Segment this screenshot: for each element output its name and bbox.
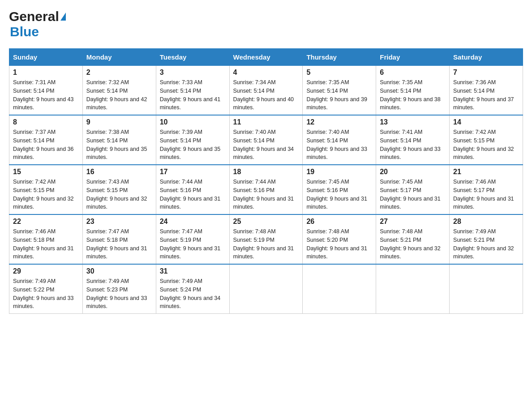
day-info: Sunrise: 7:49 AMSunset: 5:21 PMDaylight:… [453,228,514,260]
day-number: 14 [453,118,519,126]
calendar-cell: 26 Sunrise: 7:48 AMSunset: 5:20 PMDaylig… [303,214,376,264]
day-number: 26 [306,218,372,226]
day-info: Sunrise: 7:33 AMSunset: 5:14 PMDaylight:… [160,79,221,111]
day-info: Sunrise: 7:44 AMSunset: 5:16 PMDaylight:… [160,179,221,210]
day-info: Sunrise: 7:36 AMSunset: 5:14 PMDaylight:… [453,79,514,111]
logo-blue: Blue [10,24,39,39]
col-header-tuesday: Tuesday [156,49,229,66]
day-number: 16 [86,168,152,176]
day-number: 9 [86,118,152,126]
calendar-cell [229,264,303,314]
day-number: 21 [453,168,519,176]
day-info: Sunrise: 7:40 AMSunset: 5:14 PMDaylight:… [233,129,294,160]
day-number: 3 [160,68,226,77]
day-info: Sunrise: 7:45 AMSunset: 5:17 PMDaylight:… [380,179,441,210]
day-info: Sunrise: 7:41 AMSunset: 5:14 PMDaylight:… [380,129,441,160]
logo-general: General [9,9,59,24]
calendar-cell: 31 Sunrise: 7:49 AMSunset: 5:24 PMDaylig… [156,264,229,314]
day-number: 27 [380,218,446,226]
calendar-cell: 10 Sunrise: 7:39 AMSunset: 5:14 PMDaylig… [156,115,229,165]
calendar-cell: 19 Sunrise: 7:45 AMSunset: 5:16 PMDaylig… [303,165,376,214]
day-info: Sunrise: 7:46 AMSunset: 5:17 PMDaylight:… [453,179,514,210]
day-info: Sunrise: 7:44 AMSunset: 5:16 PMDaylight:… [233,179,294,210]
calendar-cell: 30 Sunrise: 7:49 AMSunset: 5:23 PMDaylig… [82,264,156,314]
day-info: Sunrise: 7:45 AMSunset: 5:16 PMDaylight:… [306,179,367,210]
day-info: Sunrise: 7:31 AMSunset: 5:14 PMDaylight:… [13,79,74,111]
day-number: 1 [13,68,79,77]
calendar-cell [303,264,376,314]
day-number: 20 [380,168,446,176]
day-number: 11 [233,118,299,126]
calendar-cell: 18 Sunrise: 7:44 AMSunset: 5:16 PMDaylig… [229,165,303,214]
day-number: 24 [160,218,226,226]
calendar-cell: 3 Sunrise: 7:33 AMSunset: 5:14 PMDayligh… [156,66,229,116]
calendar-cell: 13 Sunrise: 7:41 AMSunset: 5:14 PMDaylig… [376,115,450,165]
col-header-friday: Friday [376,49,450,66]
day-number: 4 [233,68,299,77]
day-number: 30 [86,267,152,275]
col-header-monday: Monday [82,49,156,66]
day-info: Sunrise: 7:39 AMSunset: 5:14 PMDaylight:… [160,129,221,160]
day-number: 28 [453,218,519,226]
calendar-cell: 12 Sunrise: 7:40 AMSunset: 5:14 PMDaylig… [303,115,376,165]
day-info: Sunrise: 7:49 AMSunset: 5:22 PMDaylight:… [13,278,74,309]
calendar-table: SundayMondayTuesdayWednesdayThursdayFrid… [9,48,523,314]
calendar-cell: 21 Sunrise: 7:46 AMSunset: 5:17 PMDaylig… [450,165,523,214]
day-info: Sunrise: 7:37 AMSunset: 5:14 PMDaylight:… [13,129,74,160]
day-info: Sunrise: 7:38 AMSunset: 5:14 PMDaylight:… [86,129,147,160]
day-info: Sunrise: 7:35 AMSunset: 5:14 PMDaylight:… [306,79,367,111]
calendar-cell: 8 Sunrise: 7:37 AMSunset: 5:14 PMDayligh… [9,115,83,165]
day-number: 29 [13,267,79,275]
day-number: 25 [233,218,299,226]
day-info: Sunrise: 7:35 AMSunset: 5:14 PMDaylight:… [380,79,441,111]
calendar-cell [450,264,523,314]
calendar-cell: 2 Sunrise: 7:32 AMSunset: 5:14 PMDayligh… [82,66,156,116]
day-info: Sunrise: 7:34 AMSunset: 5:14 PMDaylight:… [233,79,294,111]
day-number: 17 [160,168,226,176]
day-info: Sunrise: 7:46 AMSunset: 5:18 PMDaylight:… [13,228,74,260]
day-number: 7 [453,68,519,77]
day-info: Sunrise: 7:42 AMSunset: 5:15 PMDaylight:… [13,179,74,210]
calendar-cell: 6 Sunrise: 7:35 AMSunset: 5:14 PMDayligh… [376,66,450,116]
day-info: Sunrise: 7:47 AMSunset: 5:18 PMDaylight:… [86,228,147,260]
day-info: Sunrise: 7:43 AMSunset: 5:15 PMDaylight:… [86,179,147,210]
day-number: 18 [233,168,299,176]
week-row-4: 22 Sunrise: 7:46 AMSunset: 5:18 PMDaylig… [9,214,523,264]
day-info: Sunrise: 7:49 AMSunset: 5:23 PMDaylight:… [86,278,147,309]
day-number: 6 [380,68,446,77]
calendar-cell: 23 Sunrise: 7:47 AMSunset: 5:18 PMDaylig… [82,214,156,264]
calendar-cell: 17 Sunrise: 7:44 AMSunset: 5:16 PMDaylig… [156,165,229,214]
day-number: 31 [160,267,226,275]
calendar-cell: 28 Sunrise: 7:49 AMSunset: 5:21 PMDaylig… [450,214,523,264]
day-info: Sunrise: 7:42 AMSunset: 5:15 PMDaylight:… [453,129,514,160]
calendar-cell: 22 Sunrise: 7:46 AMSunset: 5:18 PMDaylig… [9,214,83,264]
calendar-cell: 14 Sunrise: 7:42 AMSunset: 5:15 PMDaylig… [450,115,523,165]
col-header-wednesday: Wednesday [229,49,303,66]
week-row-5: 29 Sunrise: 7:49 AMSunset: 5:22 PMDaylig… [9,264,523,314]
calendar-cell: 9 Sunrise: 7:38 AMSunset: 5:14 PMDayligh… [82,115,156,165]
calendar-cell: 27 Sunrise: 7:48 AMSunset: 5:21 PMDaylig… [376,214,450,264]
day-info: Sunrise: 7:48 AMSunset: 5:19 PMDaylight:… [233,228,294,260]
day-number: 12 [306,118,372,126]
day-info: Sunrise: 7:40 AMSunset: 5:14 PMDaylight:… [306,129,367,160]
calendar-cell: 4 Sunrise: 7:34 AMSunset: 5:14 PMDayligh… [229,66,303,116]
day-info: Sunrise: 7:48 AMSunset: 5:20 PMDaylight:… [306,228,367,260]
logo: General Blue [9,9,66,39]
day-number: 5 [306,68,372,77]
logo-arrow-icon [60,13,66,21]
calendar-cell [376,264,450,314]
page-header: General Blue [9,9,523,39]
week-row-3: 15 Sunrise: 7:42 AMSunset: 5:15 PMDaylig… [9,165,523,214]
col-header-thursday: Thursday [303,49,376,66]
calendar-cell: 29 Sunrise: 7:49 AMSunset: 5:22 PMDaylig… [9,264,83,314]
day-number: 23 [86,218,152,226]
calendar-cell: 16 Sunrise: 7:43 AMSunset: 5:15 PMDaylig… [82,165,156,214]
col-header-saturday: Saturday [450,49,523,66]
day-info: Sunrise: 7:32 AMSunset: 5:14 PMDaylight:… [86,79,147,111]
week-row-1: 1 Sunrise: 7:31 AMSunset: 5:14 PMDayligh… [9,66,523,116]
day-number: 2 [86,68,152,77]
day-number: 13 [380,118,446,126]
calendar-cell: 20 Sunrise: 7:45 AMSunset: 5:17 PMDaylig… [376,165,450,214]
day-number: 22 [13,218,79,226]
col-header-sunday: Sunday [9,49,83,66]
